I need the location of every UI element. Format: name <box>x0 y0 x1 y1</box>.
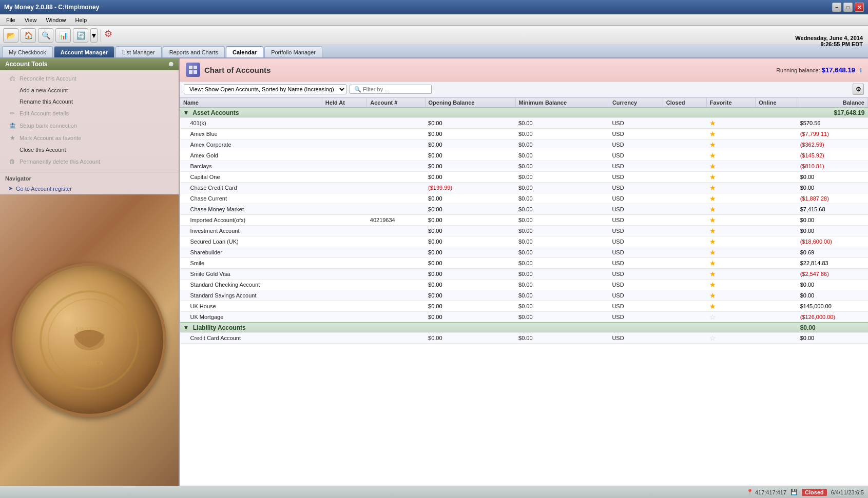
table-row[interactable]: Smile Gold Visa $0.00 $0.00 USD ★ ($2,54… <box>180 269 868 280</box>
row-favorite[interactable]: ★ <box>706 215 755 226</box>
row-closed <box>663 193 706 204</box>
table-row[interactable]: Secured Loan (UK) $0.00 $0.00 USD ★ ($18… <box>180 236 868 247</box>
tool-rename[interactable]: Rename this Account <box>0 96 179 107</box>
table-row[interactable]: Amex Gold $0.00 $0.00 USD ★ ($145.92) <box>180 150 868 161</box>
liability-section-total: $0.00 <box>797 323 868 333</box>
search-button[interactable]: 🔍 <box>38 28 53 43</box>
table-row[interactable]: Sharebuilder $0.00 $0.00 USD ★ $0.69 <box>180 247 868 258</box>
table-row[interactable]: Chase Current $0.00 $0.00 USD ★ ($1,887.… <box>180 193 868 204</box>
col-opening-bal[interactable]: Opening Balance <box>425 98 515 108</box>
row-favorite[interactable]: ★ <box>706 118 755 129</box>
toolbar: 📂 🏠 🔍 📊 🔄 ▼ ⚙ Wednesday, June 4, 2014 9:… <box>0 26 868 45</box>
home-button[interactable]: 🏠 <box>21 28 36 43</box>
table-row[interactable]: Imported Account(ofx) 40219634 $0.00 $0.… <box>180 215 868 226</box>
table-row[interactable]: Chase Credit Card ($199.99) $0.00 USD ★ … <box>180 183 868 193</box>
col-favorite[interactable]: Favorite <box>706 98 755 108</box>
sync-dropdown[interactable]: ▼ <box>90 28 98 43</box>
tab-calendar[interactable]: Calendar <box>226 46 263 57</box>
menu-window[interactable]: Window <box>42 16 70 24</box>
collapse-icon[interactable]: ⊗ <box>168 61 173 68</box>
table-row[interactable]: Barclays $0.00 $0.00 USD ★ ($810.81) <box>180 161 868 172</box>
col-currency[interactable]: Currency <box>609 98 663 108</box>
col-closed[interactable]: Closed <box>663 98 706 108</box>
row-opening-bal: $0.00 <box>425 290 515 301</box>
table-row[interactable]: Amex Blue $0.00 $0.00 USD ★ ($7,799.11) <box>180 129 868 140</box>
row-favorite[interactable]: ★ <box>706 150 755 161</box>
row-favorite[interactable]: ★ <box>706 258 755 269</box>
table-row[interactable]: Standard Checking Account $0.00 $0.00 US… <box>180 280 868 290</box>
maximize-button[interactable]: □ <box>843 3 853 12</box>
row-currency: USD <box>609 290 663 301</box>
table-row[interactable]: Standard Savings Account $0.00 $0.00 USD… <box>180 290 868 301</box>
table-row[interactable]: Chase Money Market $0.00 $0.00 USD ★ $7,… <box>180 204 868 215</box>
row-favorite[interactable]: ★ <box>706 247 755 258</box>
view-select[interactable]: View: Show Open Accounts, Sorted by Name… <box>184 84 346 94</box>
table-row[interactable]: Investment Account $0.00 $0.00 USD ★ $0.… <box>180 226 868 236</box>
col-held-at[interactable]: Held At <box>322 98 367 108</box>
row-favorite[interactable]: ☆ <box>706 333 755 344</box>
col-balance[interactable]: Balance <box>797 98 868 108</box>
table-row[interactable]: Smile $0.00 $0.00 USD ★ $22,814.83 <box>180 258 868 269</box>
row-currency: USD <box>609 333 663 344</box>
row-currency: USD <box>609 247 663 258</box>
row-favorite[interactable]: ★ <box>706 236 755 247</box>
liability-toggle[interactable]: ▼ <box>183 324 189 331</box>
asset-section-total: $17,648.19 <box>797 108 868 118</box>
row-favorite[interactable]: ★ <box>706 140 755 150</box>
row-favorite[interactable]: ★ <box>706 172 755 183</box>
menu-help[interactable]: Help <box>71 16 91 24</box>
row-favorite[interactable]: ★ <box>706 129 755 140</box>
date-display: Wednesday, June 4, 2014 <box>795 35 863 41</box>
info-icon[interactable]: ℹ <box>860 67 862 73</box>
row-online <box>756 247 797 258</box>
row-favorite[interactable]: ★ <box>706 193 755 204</box>
filter-input[interactable] <box>350 85 432 94</box>
chart-button[interactable]: 📊 <box>55 28 71 43</box>
liability-section-label: ▼ Liability Accounts <box>180 323 797 333</box>
col-account-num[interactable]: Account # <box>367 98 425 108</box>
table-row[interactable]: UK House $0.00 $0.00 USD ★ $145,000.00 <box>180 301 868 312</box>
row-favorite[interactable]: ★ <box>706 183 755 193</box>
row-held-at <box>322 118 367 129</box>
asset-toggle[interactable]: ▼ <box>183 109 189 116</box>
goto-register[interactable]: ➤ Go to Account register <box>0 183 179 194</box>
col-min-bal[interactable]: Minimum Balance <box>515 98 609 108</box>
accounts-table[interactable]: Name Held At Account # Opening Balance M… <box>180 97 868 486</box>
tool-close-account[interactable]: Close this Account <box>0 144 179 155</box>
row-favorite[interactable]: ★ <box>706 290 755 301</box>
tab-reports-and-charts[interactable]: Reports and Charts <box>163 46 225 57</box>
tab-account-manager[interactable]: Account Manager <box>54 46 114 57</box>
minimize-button[interactable]: – <box>832 3 841 12</box>
tab-portfolio-manager[interactable]: Portfolio Manager <box>264 46 322 57</box>
tab-list-manager[interactable]: List Manager <box>115 46 162 57</box>
col-online[interactable]: Online <box>756 98 797 108</box>
table-row[interactable]: Amex Corporate $0.00 $0.00 USD ★ ($362.5… <box>180 140 868 150</box>
table-row[interactable]: Credit Card Account $0.00 $0.00 USD ☆ $0… <box>180 333 868 344</box>
table-row[interactable]: 401(k) $0.00 $0.00 USD ★ $570.56 <box>180 118 868 129</box>
row-online <box>756 193 797 204</box>
settings-gear-button[interactable]: ⚙ <box>104 28 120 43</box>
star-icon: ★ <box>8 134 16 142</box>
open-button[interactable]: 📂 <box>3 28 18 43</box>
table-row[interactable]: Capital One $0.00 $0.00 USD ★ $0.00 <box>180 172 868 183</box>
row-favorite[interactable]: ★ <box>706 204 755 215</box>
close-button[interactable]: ✕ <box>855 3 864 12</box>
menu-view[interactable]: View <box>21 16 41 24</box>
row-favorite[interactable]: ☆ <box>706 312 755 323</box>
star-filled-icon: ★ <box>709 194 716 203</box>
status-bar: 📍 417:417:417 💾 Closed 6/4/11/23:6:5 <box>0 486 868 498</box>
settings-btn-right[interactable]: ⚙ <box>853 84 864 95</box>
menu-file[interactable]: File <box>2 16 20 24</box>
tool-add-new[interactable]: Add a new Account <box>0 85 179 96</box>
col-name[interactable]: Name <box>180 98 322 108</box>
row-name: Standard Checking Account <box>180 280 322 290</box>
tab-my-checkbook[interactable]: My Checkbook <box>2 46 53 57</box>
sync-button[interactable]: 🔄 <box>73 28 88 43</box>
row-held-at <box>322 183 367 193</box>
row-favorite[interactable]: ★ <box>706 269 755 280</box>
row-favorite[interactable]: ★ <box>706 280 755 290</box>
table-row[interactable]: UK Mortgage $0.00 $0.00 USD ☆ ($126,000.… <box>180 312 868 323</box>
row-favorite[interactable]: ★ <box>706 161 755 172</box>
row-favorite[interactable]: ★ <box>706 226 755 236</box>
row-favorite[interactable]: ★ <box>706 301 755 312</box>
